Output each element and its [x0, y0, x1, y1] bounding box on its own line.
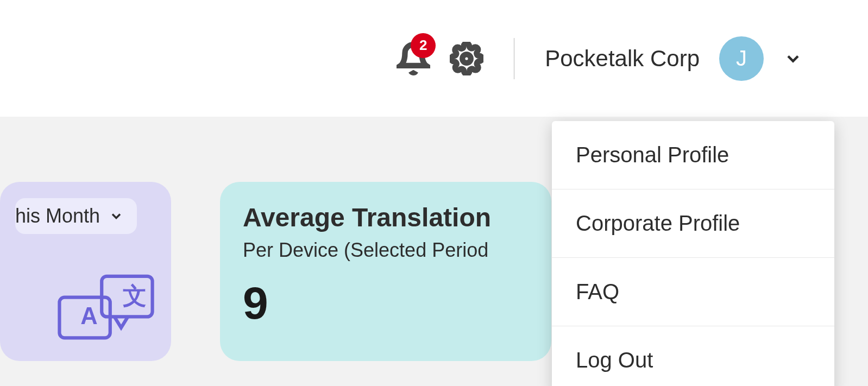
- user-dropdown-menu: Personal Profile Corporate Profile FAQ L…: [552, 121, 834, 386]
- header-bar: 2 Pocketalk Corp J: [0, 0, 868, 117]
- user-avatar[interactable]: J: [719, 36, 764, 81]
- avg-translation-card: Average Translation Per Device (Selected…: [220, 182, 551, 361]
- user-menu-toggle[interactable]: [783, 49, 803, 68]
- period-selector[interactable]: his Month: [15, 198, 137, 234]
- menu-item-personal-profile[interactable]: Personal Profile: [552, 121, 834, 189]
- chevron-down-icon: [109, 208, 124, 224]
- svg-text:A: A: [80, 303, 97, 329]
- card-title: Average Translation: [243, 203, 529, 232]
- menu-item-faq[interactable]: FAQ: [552, 258, 834, 326]
- card-subtitle: Per Device (Selected Period: [243, 239, 529, 262]
- card-value: 9: [243, 277, 529, 330]
- svg-text:文: 文: [123, 283, 147, 309]
- settings-button[interactable]: [450, 42, 483, 75]
- header-divider: [514, 38, 514, 79]
- translation-icon: A 文: [54, 272, 158, 348]
- notifications-button[interactable]: 2: [397, 42, 430, 75]
- svg-point-0: [462, 54, 471, 63]
- org-name-label: Pocketalk Corp: [545, 46, 700, 72]
- period-label: his Month: [15, 205, 100, 227]
- menu-item-corporate-profile[interactable]: Corporate Profile: [552, 189, 834, 258]
- period-card: his Month A 文: [0, 182, 171, 361]
- notification-badge: 2: [411, 33, 436, 58]
- menu-item-logout[interactable]: Log Out: [552, 326, 834, 386]
